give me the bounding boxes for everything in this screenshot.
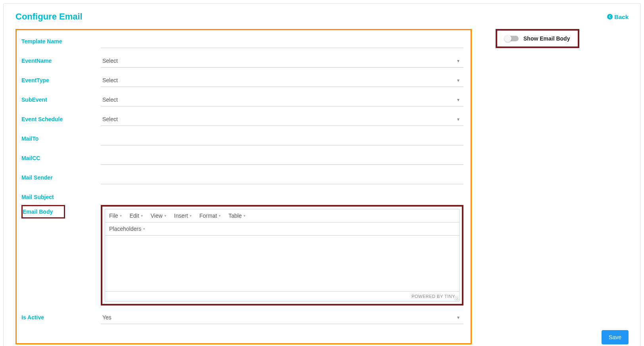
row-mail-sender: Mail Sender — [21, 171, 463, 184]
event-schedule-select[interactable]: Select ▼ — [101, 113, 463, 126]
row-event-name: EventName Select ▼ — [21, 54, 463, 68]
caret-down-icon: ▼ — [189, 214, 192, 218]
is-active-value: Yes — [102, 314, 111, 321]
chevron-down-icon: ▼ — [456, 117, 460, 122]
editor-branding: POWERED BY TINY — [411, 294, 455, 299]
page-title: Configure Email — [15, 12, 83, 22]
chevron-down-icon: ▼ — [456, 98, 460, 102]
editor-content-area[interactable] — [105, 236, 459, 291]
label-event-type: EventType — [21, 74, 101, 83]
label-email-body: Email Body — [21, 205, 65, 218]
label-template-name: Template Name — [21, 35, 101, 44]
back-arrow-icon — [607, 14, 613, 19]
row-event-schedule: Event Schedule Select ▼ — [21, 113, 463, 126]
editor-menu-file[interactable]: File▼ — [109, 213, 122, 219]
mail-to-input[interactable] — [101, 132, 463, 145]
caret-down-icon: ▼ — [164, 214, 167, 218]
editor-menu-view[interactable]: View▼ — [151, 213, 167, 219]
side-panel: Show Email Body — [496, 29, 579, 48]
event-name-value: Select — [102, 58, 118, 64]
mail-sender-input[interactable] — [101, 171, 463, 184]
label-sub-event: SubEvent — [21, 93, 101, 103]
editor-menu-table[interactable]: Table▼ — [229, 213, 246, 219]
event-schedule-value: Select — [102, 116, 118, 122]
row-email-body: Email Body File▼ Edit▼ View▼ Insert▼ For… — [21, 205, 463, 305]
row-mail-cc: MailCC — [21, 152, 463, 165]
caret-down-icon: ▼ — [243, 214, 246, 218]
event-type-select[interactable]: Select ▼ — [101, 74, 463, 87]
rich-text-editor: File▼ Edit▼ View▼ Insert▼ Format▼ Table▼… — [105, 209, 459, 302]
template-name-input[interactable] — [101, 35, 463, 48]
label-event-name: EventName — [21, 54, 101, 64]
label-mail-cc: MailCC — [21, 152, 101, 161]
editor-placeholders-button[interactable]: Placeholders▼ — [109, 226, 146, 232]
show-email-body-toggle[interactable] — [505, 36, 519, 41]
row-template-name: Template Name — [21, 35, 463, 48]
resize-handle-icon[interactable] — [454, 296, 458, 300]
sub-event-select[interactable]: Select ▼ — [101, 93, 463, 106]
save-button[interactable]: Save — [602, 330, 629, 344]
sub-event-value: Select — [102, 97, 118, 103]
label-event-schedule: Event Schedule — [21, 113, 101, 122]
email-body-editor-highlight: File▼ Edit▼ View▼ Insert▼ Format▼ Table▼… — [101, 205, 463, 305]
is-active-select[interactable]: Yes ▼ — [101, 311, 463, 324]
form-panel: Template Name EventName Select ▼ — [15, 29, 472, 344]
chevron-down-icon: ▼ — [456, 78, 460, 83]
caret-down-icon: ▼ — [119, 214, 123, 218]
row-mail-subject: Mail Subject — [21, 191, 463, 200]
show-email-body-label: Show Email Body — [523, 35, 570, 42]
page-header: Configure Email Back — [15, 12, 629, 22]
show-email-body-highlight: Show Email Body — [496, 29, 579, 48]
mail-cc-input[interactable] — [101, 152, 463, 165]
back-label: Back — [614, 14, 629, 20]
label-mail-sender: Mail Sender — [21, 171, 101, 181]
editor-secondary-toolbar: Placeholders▼ — [105, 222, 459, 236]
editor-menubar: File▼ Edit▼ View▼ Insert▼ Format▼ Table▼ — [105, 209, 459, 222]
row-sub-event: SubEvent Select ▼ — [21, 93, 463, 106]
caret-down-icon: ▼ — [142, 227, 146, 231]
editor-footer: POWERED BY TINY — [105, 291, 459, 301]
event-name-select[interactable]: Select ▼ — [101, 54, 463, 68]
event-type-value: Select — [102, 77, 118, 83]
label-is-active: Is Active — [21, 311, 101, 321]
editor-menu-format[interactable]: Format▼ — [199, 213, 221, 219]
label-mail-subject: Mail Subject — [21, 191, 101, 200]
back-link[interactable]: Back — [607, 14, 629, 20]
main-area: Template Name EventName Select ▼ — [15, 29, 629, 344]
chevron-down-icon: ▼ — [456, 59, 460, 63]
row-is-active: Is Active Yes ▼ — [21, 311, 463, 324]
toggle-knob-icon — [504, 35, 511, 42]
editor-menu-edit[interactable]: Edit▼ — [129, 213, 143, 219]
editor-menu-insert[interactable]: Insert▼ — [174, 213, 192, 219]
caret-down-icon: ▼ — [140, 214, 144, 218]
row-mail-to: MailTo — [21, 132, 463, 145]
chevron-down-icon: ▼ — [456, 315, 460, 320]
row-event-type: EventType Select ▼ — [21, 74, 463, 87]
caret-down-icon: ▼ — [218, 214, 221, 218]
configure-email-page: Configure Email Back Template Name Event… — [3, 3, 641, 346]
label-mail-to: MailTo — [21, 132, 101, 142]
